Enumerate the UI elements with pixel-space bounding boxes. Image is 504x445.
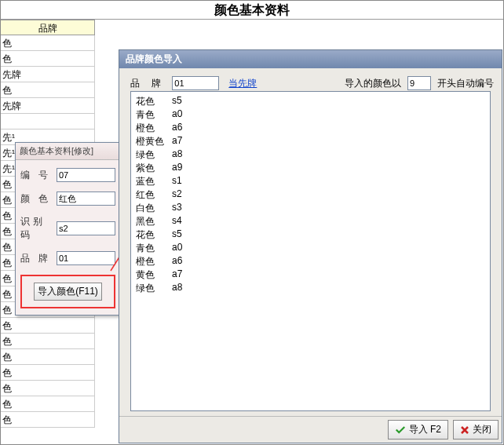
brand-list-item[interactable]: 色 — [1, 412, 95, 428]
import-list-item[interactable]: 绿色a8 — [136, 148, 485, 162]
code-label: 识别码 — [20, 215, 57, 242]
import-list-item[interactable]: 青色a0 — [136, 108, 485, 122]
import-list-item[interactable]: 花色s5 — [136, 95, 485, 108]
brand-list-item[interactable]: 色 — [1, 349, 95, 365]
brand-field[interactable] — [57, 251, 115, 265]
page-title: 颜色基本资料 — [1, 1, 503, 20]
import-list-item[interactable]: 紫色a9 — [136, 162, 485, 175]
import-confirm-label: 导入 F2 — [409, 423, 441, 436]
brand-list-item[interactable]: 色 — [1, 381, 95, 396]
import-confirm-button[interactable]: 导入 F2 — [388, 420, 448, 440]
id-label: 编 号 — [20, 169, 57, 182]
import-list-item[interactable]: 黑色s4 — [136, 215, 485, 228]
import-color-button[interactable]: 导入颜色(F11) — [34, 283, 102, 301]
code-field[interactable] — [57, 221, 115, 235]
brand-list-item[interactable]: 色 — [1, 334, 95, 349]
import-list-item[interactable]: 花色s5 — [136, 228, 485, 242]
brand-list-item[interactable]: 色 — [1, 365, 95, 381]
color-label: 颜 色 — [20, 192, 57, 206]
brand-list-item[interactable]: 先牌 — [1, 98, 95, 114]
prefix-field[interactable] — [407, 76, 431, 90]
brand-list-item[interactable] — [1, 114, 95, 129]
brand-list-item[interactable]: 先牌 — [1, 67, 95, 82]
import-list-item[interactable]: 橙黄色a7 — [136, 135, 485, 148]
brand-list-item[interactable]: 色 — [1, 396, 95, 412]
import-list-item[interactable]: 蓝色s1 — [136, 175, 485, 188]
brand-label: 品 牌 — [20, 252, 57, 265]
import-list-item[interactable]: 红色s2 — [136, 188, 485, 202]
brand-list-item[interactable]: 色 — [1, 82, 95, 98]
modify-dialog-title: 颜色基本资料[修改] — [16, 143, 120, 160]
brand-list-item[interactable]: 色 — [1, 51, 95, 67]
import-list-item[interactable]: 白色s3 — [136, 202, 485, 215]
import-list-item[interactable]: 黄色a7 — [136, 268, 485, 282]
prefix-suffix-label: 开头自动编号 — [437, 77, 494, 90]
import-list-item[interactable]: 橙色a6 — [136, 255, 485, 268]
current-brand-link[interactable]: 当先牌 — [228, 77, 257, 90]
brand-header: 品牌 — [1, 20, 95, 35]
check-icon — [395, 425, 406, 434]
import-brand-field[interactable] — [172, 76, 219, 90]
import-hotkey-highlight: 导入颜色(F11) — [20, 275, 115, 308]
import-list-item[interactable]: 绿色a8 — [136, 282, 485, 295]
import-color-list[interactable]: 花色s5青色a0橙色a6橙黄色a7绿色a8紫色a9蓝色s1红色s2白色s3黑色s… — [130, 91, 491, 411]
id-field[interactable] — [57, 168, 115, 182]
import-dialog-title: 品牌颜色导入 — [119, 50, 502, 68]
import-list-item[interactable]: 青色a0 — [136, 242, 485, 255]
import-brand-label: 品 牌 — [130, 77, 166, 90]
modify-dialog: 颜色基本资料[修改] 编 号 颜 色 识别码 品 牌 导入颜色(F11) — [15, 142, 121, 316]
import-list-item[interactable]: 橙色a6 — [136, 122, 485, 135]
brand-list-item[interactable]: 色 — [1, 35, 95, 51]
prefix-label: 导入的颜色以 — [345, 77, 401, 90]
import-dialog: 品牌颜色导入 品 牌 当先牌 导入的颜色以 开头自动编号 花色s5青色a0橙色a… — [119, 49, 502, 443]
brand-list-item[interactable]: 色 — [1, 318, 95, 334]
close-icon — [460, 425, 469, 435]
color-field[interactable] — [57, 191, 115, 206]
close-label: 关闭 — [473, 423, 491, 436]
close-button[interactable]: 关闭 — [453, 420, 499, 440]
